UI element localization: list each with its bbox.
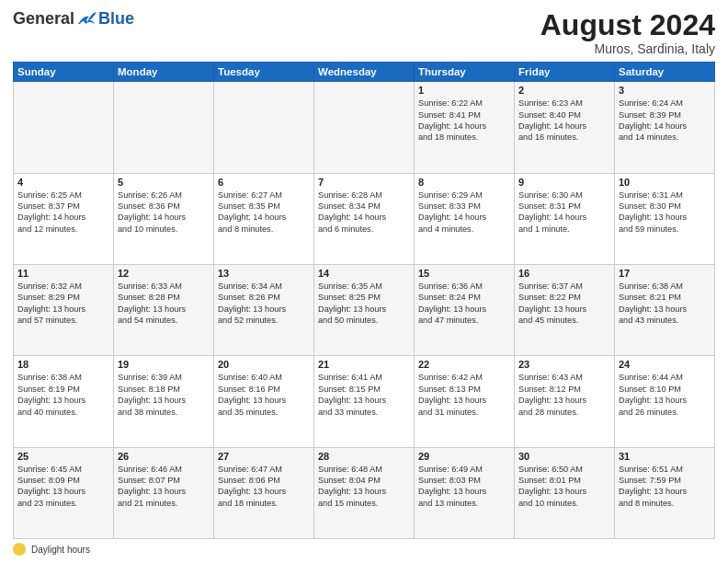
day-info: Sunrise: 6:36 AMSunset: 8:24 PMDaylight:… (418, 281, 510, 327)
day-number: 13 (218, 268, 310, 279)
day-info: Sunrise: 6:41 AMSunset: 8:15 PMDaylight:… (318, 372, 410, 418)
day-info: Sunrise: 6:22 AMSunset: 8:41 PMDaylight:… (418, 98, 510, 144)
day-header-sunday: Sunday (14, 63, 114, 82)
day-info: Sunrise: 6:45 AMSunset: 8:09 PMDaylight:… (17, 464, 109, 510)
day-header-saturday: Saturday (615, 63, 715, 82)
legend: Daylight hours (13, 543, 715, 556)
calendar-cell: 31Sunrise: 6:51 AMSunset: 7:59 PMDayligh… (615, 447, 715, 538)
day-number: 22 (418, 359, 510, 370)
calendar-cell: 16Sunrise: 6:37 AMSunset: 8:22 PMDayligh… (515, 264, 615, 355)
calendar-cell: 9Sunrise: 6:30 AMSunset: 8:31 PMDaylight… (515, 173, 615, 264)
day-info: Sunrise: 6:32 AMSunset: 8:29 PMDaylight:… (17, 281, 109, 327)
day-info: Sunrise: 6:27 AMSunset: 8:35 PMDaylight:… (218, 190, 310, 236)
day-info: Sunrise: 6:24 AMSunset: 8:39 PMDaylight:… (619, 98, 711, 144)
logo-blue-text: Blue (98, 9, 134, 29)
day-number: 30 (518, 451, 610, 462)
calendar-cell: 22Sunrise: 6:42 AMSunset: 8:13 PMDayligh… (415, 356, 515, 447)
day-number: 25 (17, 451, 109, 462)
day-info: Sunrise: 6:51 AMSunset: 7:59 PMDaylight:… (619, 464, 711, 510)
day-info: Sunrise: 6:40 AMSunset: 8:16 PMDaylight:… (218, 372, 310, 418)
week-row-3: 11Sunrise: 6:32 AMSunset: 8:29 PMDayligh… (14, 264, 715, 355)
week-row-5: 25Sunrise: 6:45 AMSunset: 8:09 PMDayligh… (14, 447, 715, 538)
calendar-cell: 10Sunrise: 6:31 AMSunset: 8:30 PMDayligh… (615, 173, 715, 264)
day-number: 9 (518, 177, 610, 188)
calendar-cell: 25Sunrise: 6:45 AMSunset: 8:09 PMDayligh… (14, 447, 114, 538)
day-number: 11 (17, 268, 109, 279)
day-info: Sunrise: 6:38 AMSunset: 8:21 PMDaylight:… (619, 281, 711, 327)
day-number: 21 (318, 359, 410, 370)
day-number: 10 (619, 177, 711, 188)
calendar-cell: 4Sunrise: 6:25 AMSunset: 8:37 PMDaylight… (14, 173, 114, 264)
day-number: 15 (418, 268, 510, 279)
day-number: 16 (518, 268, 610, 279)
calendar-table: SundayMondayTuesdayWednesdayThursdayFrid… (13, 62, 715, 539)
calendar-cell (314, 82, 415, 173)
calendar-cell: 19Sunrise: 6:39 AMSunset: 8:18 PMDayligh… (114, 356, 214, 447)
day-info: Sunrise: 6:48 AMSunset: 8:04 PMDaylight:… (318, 464, 410, 510)
logo-bird-icon (76, 11, 97, 28)
day-info: Sunrise: 6:25 AMSunset: 8:37 PMDaylight:… (17, 190, 109, 236)
day-info: Sunrise: 6:29 AMSunset: 8:33 PMDaylight:… (418, 190, 510, 236)
calendar-cell: 28Sunrise: 6:48 AMSunset: 8:04 PMDayligh… (314, 447, 415, 538)
day-number: 31 (619, 451, 711, 462)
day-number: 8 (418, 177, 510, 188)
calendar-cell: 20Sunrise: 6:40 AMSunset: 8:16 PMDayligh… (214, 356, 314, 447)
day-number: 1 (418, 85, 510, 96)
calendar-cell: 18Sunrise: 6:38 AMSunset: 8:19 PMDayligh… (14, 356, 114, 447)
header: General Blue August 2024 Muros, Sardinia… (13, 9, 715, 56)
day-info: Sunrise: 6:47 AMSunset: 8:06 PMDaylight:… (218, 464, 310, 510)
calendar-cell: 14Sunrise: 6:35 AMSunset: 8:25 PMDayligh… (314, 264, 415, 355)
day-number: 27 (218, 451, 310, 462)
day-header-thursday: Thursday (415, 63, 515, 82)
day-number: 4 (17, 177, 109, 188)
day-info: Sunrise: 6:50 AMSunset: 8:01 PMDaylight:… (518, 464, 610, 510)
location: Muros, Sardinia, Italy (540, 41, 715, 56)
calendar-cell (214, 82, 314, 173)
day-info: Sunrise: 6:37 AMSunset: 8:22 PMDaylight:… (518, 281, 610, 327)
day-info: Sunrise: 6:23 AMSunset: 8:40 PMDaylight:… (518, 98, 610, 144)
logo: General Blue (13, 9, 134, 29)
day-number: 14 (318, 268, 410, 279)
day-number: 19 (118, 359, 210, 370)
day-info: Sunrise: 6:35 AMSunset: 8:25 PMDaylight:… (318, 281, 410, 327)
daylight-label: Daylight hours (31, 545, 90, 555)
day-header-monday: Monday (114, 63, 214, 82)
calendar-cell (114, 82, 214, 173)
day-info: Sunrise: 6:44 AMSunset: 8:10 PMDaylight:… (619, 372, 711, 418)
calendar-cell: 29Sunrise: 6:49 AMSunset: 8:03 PMDayligh… (415, 447, 515, 538)
day-number: 17 (619, 268, 711, 279)
calendar-cell: 26Sunrise: 6:46 AMSunset: 8:07 PMDayligh… (114, 447, 214, 538)
calendar-cell: 8Sunrise: 6:29 AMSunset: 8:33 PMDaylight… (415, 173, 515, 264)
day-number: 29 (418, 451, 510, 462)
day-info: Sunrise: 6:30 AMSunset: 8:31 PMDaylight:… (518, 190, 610, 236)
calendar-cell: 5Sunrise: 6:26 AMSunset: 8:36 PMDaylight… (114, 173, 214, 264)
day-info: Sunrise: 6:46 AMSunset: 8:07 PMDaylight:… (118, 464, 210, 510)
day-header-tuesday: Tuesday (214, 63, 314, 82)
calendar-cell: 11Sunrise: 6:32 AMSunset: 8:29 PMDayligh… (14, 264, 114, 355)
day-number: 18 (17, 359, 109, 370)
day-info: Sunrise: 6:39 AMSunset: 8:18 PMDaylight:… (118, 372, 210, 418)
header-row: SundayMondayTuesdayWednesdayThursdayFrid… (14, 63, 715, 82)
day-number: 6 (218, 177, 310, 188)
calendar-cell: 15Sunrise: 6:36 AMSunset: 8:24 PMDayligh… (415, 264, 515, 355)
title-section: August 2024 Muros, Sardinia, Italy (540, 9, 715, 56)
day-info: Sunrise: 6:26 AMSunset: 8:36 PMDaylight:… (118, 190, 210, 236)
day-number: 12 (118, 268, 210, 279)
logo-general-text: General (13, 9, 74, 29)
calendar-cell: 23Sunrise: 6:43 AMSunset: 8:12 PMDayligh… (515, 356, 615, 447)
page: General Blue August 2024 Muros, Sardinia… (0, 0, 728, 563)
day-info: Sunrise: 6:38 AMSunset: 8:19 PMDaylight:… (17, 372, 109, 418)
day-number: 26 (118, 451, 210, 462)
calendar-cell: 17Sunrise: 6:38 AMSunset: 8:21 PMDayligh… (615, 264, 715, 355)
day-info: Sunrise: 6:28 AMSunset: 8:34 PMDaylight:… (318, 190, 410, 236)
day-header-friday: Friday (515, 63, 615, 82)
day-info: Sunrise: 6:33 AMSunset: 8:28 PMDaylight:… (118, 281, 210, 327)
daylight-icon (13, 543, 26, 556)
day-info: Sunrise: 6:49 AMSunset: 8:03 PMDaylight:… (418, 464, 510, 510)
calendar-cell: 13Sunrise: 6:34 AMSunset: 8:26 PMDayligh… (214, 264, 314, 355)
calendar-cell: 12Sunrise: 6:33 AMSunset: 8:28 PMDayligh… (114, 264, 214, 355)
calendar-cell: 30Sunrise: 6:50 AMSunset: 8:01 PMDayligh… (515, 447, 615, 538)
day-info: Sunrise: 6:42 AMSunset: 8:13 PMDaylight:… (418, 372, 510, 418)
week-row-1: 1Sunrise: 6:22 AMSunset: 8:41 PMDaylight… (14, 82, 715, 173)
calendar-cell: 1Sunrise: 6:22 AMSunset: 8:41 PMDaylight… (415, 82, 515, 173)
